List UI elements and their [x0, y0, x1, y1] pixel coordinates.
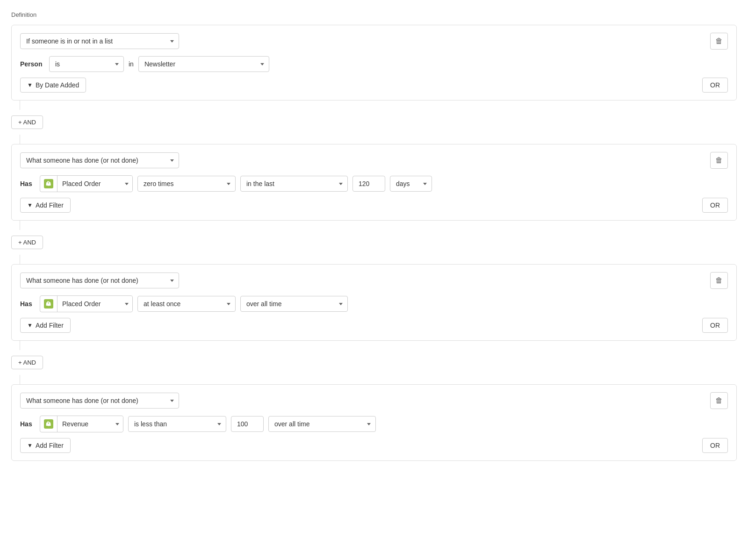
condition-block-4: What someone has done (or not done) If s… [11, 384, 737, 461]
definition-label: Definition [11, 11, 737, 18]
trash-icon-4: 🗑 [715, 396, 723, 405]
time-range-select-4[interactable]: in the last over all time between dates … [268, 416, 376, 432]
condition-block-2: What someone has done (or not done) If s… [11, 144, 737, 221]
frequency-select-3[interactable]: zero times at least once exactly more th… [137, 296, 236, 312]
add-filter-label-4: Add Filter [36, 442, 64, 449]
condition-type-select-4[interactable]: What someone has done (or not done) If s… [20, 393, 179, 409]
has-label-3: Has [20, 300, 35, 308]
time-unit-select-2[interactable]: days weeks months [390, 176, 432, 192]
time-value-input-2[interactable] [352, 176, 385, 192]
delete-button-4[interactable]: 🗑 [710, 392, 728, 409]
and-button-2[interactable]: + AND [11, 236, 43, 249]
condition-block-3: What someone has done (or not done) If s… [11, 264, 737, 341]
filter-icon-4: ▼ [27, 442, 33, 449]
or-button-4[interactable]: OR [702, 438, 728, 453]
trash-icon-3: 🗑 [715, 276, 723, 285]
event-select-3[interactable]: Placed Order Opened Email Clicked Email … [58, 296, 132, 311]
filter-icon-2: ▼ [27, 202, 33, 208]
or-button-3[interactable]: OR [702, 318, 728, 333]
condition-type-select-2[interactable]: What someone has done (or not done) If s… [20, 152, 179, 168]
and-connector-1: + AND [11, 115, 737, 129]
list-select[interactable]: Newsletter VIP Customers Subscribers [138, 56, 269, 72]
event-select-wrapper-2: Placed Order Opened Email Clicked Email … [40, 175, 133, 192]
add-filter-label-2: Add Filter [36, 201, 64, 209]
add-filter-btn-4[interactable]: ▼ Add Filter [20, 438, 71, 453]
shopify-icon-2 [40, 176, 58, 192]
trash-icon-1: 🗑 [715, 37, 723, 45]
shopify-icon-3 [40, 296, 58, 312]
condition-block-1: If someone is in or not in a list What s… [11, 25, 737, 101]
in-label: in [129, 60, 134, 68]
event-select-4[interactable]: Placed Order Opened Email Clicked Email … [58, 416, 123, 431]
and-button-3[interactable]: + AND [11, 356, 43, 369]
add-filter-btn-2[interactable]: ▼ Add Filter [20, 198, 71, 213]
and-connector-3: + AND [11, 356, 737, 369]
shopify-icon-4 [40, 416, 58, 432]
condition-type-select-1[interactable]: If someone is in or not in a list What s… [20, 33, 179, 49]
event-select-wrapper-3: Placed Order Opened Email Clicked Email … [40, 295, 133, 312]
or-button-1[interactable]: OR [702, 78, 728, 93]
has-label-2: Has [20, 180, 35, 187]
delete-button-1[interactable]: 🗑 [710, 33, 728, 50]
and-connector-2: + AND [11, 236, 737, 249]
or-button-2[interactable]: OR [702, 198, 728, 213]
time-range-select-2[interactable]: in the last over all time between dates … [240, 176, 348, 192]
by-date-added-label: By Date Added [36, 81, 79, 89]
filter-icon-3: ▼ [27, 322, 33, 329]
time-range-select-3[interactable]: in the last over all time between dates … [240, 296, 348, 312]
condition-type-select-3[interactable]: What someone has done (or not done) If s… [20, 273, 179, 288]
delete-button-2[interactable]: 🗑 [710, 152, 728, 169]
event-select-2[interactable]: Placed Order Opened Email Clicked Email … [58, 176, 132, 191]
frequency-select-2[interactable]: zero times at least once exactly more th… [137, 176, 236, 192]
event-select-wrapper-4: Placed Order Opened Email Clicked Email … [40, 416, 123, 432]
person-is-select[interactable]: is is not [49, 56, 124, 72]
value-input-4[interactable] [231, 416, 264, 432]
has-label-4: Has [20, 420, 35, 428]
metric-select-4[interactable]: is less than is greater than equals is b… [128, 416, 226, 432]
trash-icon-2: 🗑 [715, 156, 723, 165]
person-label: Person [20, 60, 44, 68]
by-date-added-btn[interactable]: ▼ By Date Added [20, 78, 86, 93]
add-filter-label-3: Add Filter [36, 322, 64, 329]
delete-button-3[interactable]: 🗑 [710, 272, 728, 289]
add-filter-btn-3[interactable]: ▼ Add Filter [20, 318, 71, 333]
filter-icon-1: ▼ [27, 82, 33, 88]
and-button-1[interactable]: + AND [11, 115, 43, 129]
